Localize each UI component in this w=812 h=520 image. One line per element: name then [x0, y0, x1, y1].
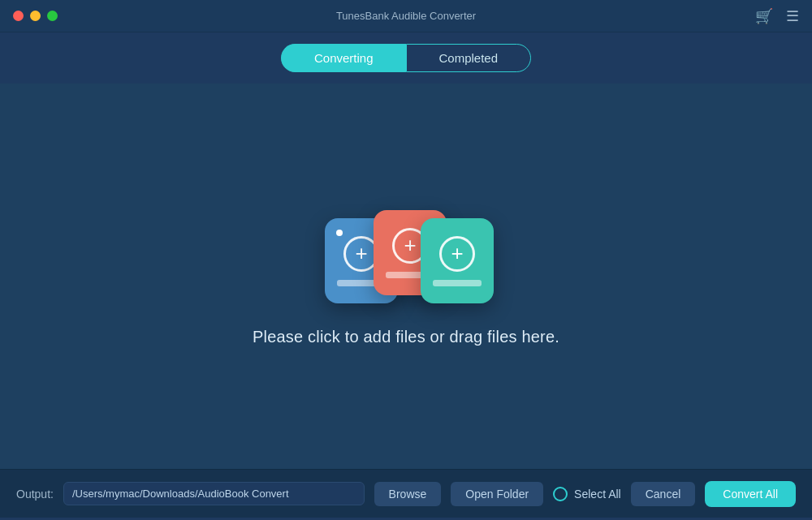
cart-icon[interactable]: 🛒	[755, 7, 773, 25]
add-files-text: Please click to add files or drag files …	[253, 328, 559, 346]
titlebar-actions: 🛒 ☰	[755, 7, 799, 25]
menu-icon[interactable]: ☰	[786, 7, 799, 25]
tab-converting[interactable]: Converting	[281, 44, 406, 72]
select-all-label: Select All	[574, 488, 621, 501]
convert-all-button[interactable]: Convert All	[705, 481, 796, 507]
maximize-button[interactable]	[47, 11, 58, 21]
output-label: Output:	[16, 488, 54, 501]
books-illustration: + + +	[300, 206, 512, 303]
book-icon-teal: +	[421, 218, 494, 303]
titlebar: TunesBank Audible Converter 🛒 ☰	[0, 0, 812, 32]
minimize-button[interactable]	[30, 11, 41, 21]
cancel-button[interactable]: Cancel	[631, 482, 696, 506]
drop-zone[interactable]: + + + Please click to add files or drag …	[0, 84, 812, 469]
tab-completed[interactable]: Completed	[406, 44, 532, 72]
browse-button[interactable]: Browse	[374, 482, 442, 506]
select-all-area[interactable]: Select All	[553, 487, 621, 501]
bottom-bar: Output: /Users/mymac/Downloads/AudioBook…	[0, 469, 812, 518]
traffic-lights	[13, 11, 58, 21]
app-title: TunesBank Audible Converter	[336, 10, 476, 22]
close-button[interactable]	[13, 11, 24, 21]
tabs-bar: Converting Completed	[0, 32, 812, 84]
select-all-radio[interactable]	[553, 487, 568, 501]
output-path[interactable]: /Users/mymac/Downloads/AudioBook Convert	[63, 482, 365, 505]
open-folder-button[interactable]: Open Folder	[451, 482, 543, 506]
